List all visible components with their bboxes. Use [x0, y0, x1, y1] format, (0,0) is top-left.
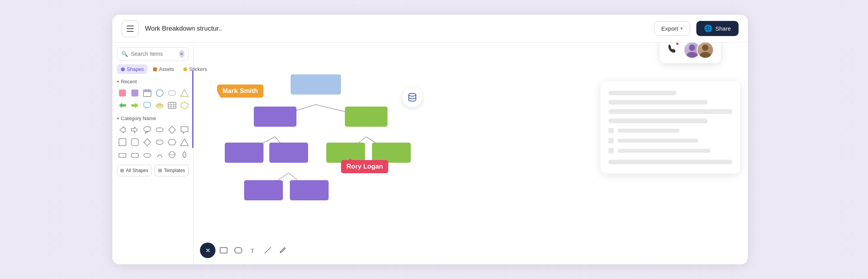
recent-label: Recent: [121, 79, 137, 84]
doc-bullet-row-2: [608, 138, 732, 143]
export-label: Export: [661, 25, 678, 32]
tab-shapes[interactable]: Shapes: [117, 64, 148, 74]
doc-line-2: [608, 100, 708, 105]
node-top-blue[interactable]: [291, 74, 341, 95]
shape-cloud[interactable]: [154, 100, 165, 111]
shape-green-arrow-right[interactable]: [129, 100, 140, 111]
rory-logan-label[interactable]: Rory Logan: [341, 160, 388, 173]
shape-partial-3[interactable]: [142, 149, 153, 160]
hamburger-button[interactable]: [122, 20, 139, 37]
all-shapes-grid-icon: ⊞: [120, 168, 124, 173]
tab-row: Shapes Assets Stickers: [117, 64, 189, 74]
shape-calendar[interactable]: [142, 88, 153, 98]
svg-point-33: [156, 140, 163, 145]
category-shapes-grid: [117, 124, 189, 160]
svg-rect-31: [131, 139, 138, 146]
close-button[interactable]: ✕: [200, 243, 215, 258]
svg-marker-9: [119, 103, 126, 108]
shapes-tab-label: Shapes: [127, 66, 144, 72]
templates-grid-icon: ⊞: [158, 168, 162, 173]
shape-triangle[interactable]: [179, 88, 190, 98]
shape-circle[interactable]: [154, 88, 165, 98]
shape-partial-1[interactable]: [117, 149, 128, 160]
category-section-header[interactable]: ▾ Category Name: [117, 115, 189, 121]
shape-oval[interactable]: [154, 137, 165, 148]
doc-bullet-row-1: [608, 128, 732, 133]
shape-table[interactable]: [167, 100, 177, 111]
tab-assets[interactable]: Assets: [149, 64, 178, 74]
bottom-buttons: ⊞ All Shapes ⊞ Templates: [117, 165, 189, 176]
mark-smith-label[interactable]: Mark Smith: [217, 84, 264, 98]
svg-marker-8: [181, 90, 188, 96]
shape-round-speech[interactable]: [142, 124, 153, 135]
shape-square[interactable]: [117, 137, 128, 148]
accent-divider: [192, 71, 193, 148]
shape-partial-2[interactable]: [129, 149, 140, 160]
line-tool-button[interactable]: [261, 244, 274, 257]
node-purple-bot-right[interactable]: [290, 180, 329, 200]
hamburger-line-1: [127, 26, 134, 26]
svg-rect-1: [131, 90, 138, 96]
node-purple-bot-left[interactable]: [244, 180, 283, 200]
node-purple-mid-left[interactable]: [225, 143, 264, 163]
recent-section-header[interactable]: ▾ Recent: [117, 79, 189, 84]
shape-green-arrow-left[interactable]: [117, 100, 128, 111]
diagram-area: Mark Smith Rory Logan ✕: [194, 43, 496, 264]
shape-chevron-left[interactable]: [117, 124, 128, 135]
svg-point-56: [702, 45, 708, 51]
search-icon: 🔍: [121, 51, 128, 57]
main-canvas: Work Breakdown structur.. Export ▾ 🌐 Sha…: [112, 15, 748, 264]
svg-point-55: [687, 52, 698, 58]
database-button[interactable]: [402, 87, 422, 107]
svg-rect-51: [235, 248, 242, 253]
shape-rounded-rect[interactable]: [167, 88, 177, 98]
left-panel: 🔍 ✕ Shapes Assets Stickers ▾ Recent: [112, 43, 194, 264]
shape-diamond-speech[interactable]: [167, 124, 177, 135]
shape-hexagon-flat[interactable]: [167, 137, 177, 148]
templates-button[interactable]: ⊞ Templates: [155, 165, 189, 176]
node-purple-top[interactable]: [254, 107, 296, 127]
pen-tool-button[interactable]: [276, 244, 289, 257]
rounded-rect-tool-button[interactable]: [232, 244, 245, 257]
doc-bullet-1: [608, 128, 614, 133]
svg-rect-50: [220, 248, 227, 253]
all-shapes-button[interactable]: ⊞ All Shapes: [117, 165, 152, 176]
svg-marker-22: [181, 102, 188, 109]
export-button[interactable]: Export ▾: [654, 21, 690, 36]
shape-partial-5[interactable]: [167, 149, 177, 160]
shape-stadium[interactable]: [154, 124, 165, 135]
tab-stickers[interactable]: Stickers: [179, 64, 211, 74]
assets-tab-label: Assets: [159, 66, 174, 72]
shape-arrow-right[interactable]: [129, 124, 140, 135]
share-button[interactable]: 🌐 Share: [696, 21, 739, 36]
shape-hexagon[interactable]: [179, 100, 190, 111]
svg-point-6: [156, 90, 163, 96]
text-tool-button[interactable]: T: [246, 244, 260, 257]
doc-line-3: [608, 109, 732, 114]
shape-partial-6[interactable]: [179, 149, 190, 160]
shape-speech-bubble[interactable]: [142, 100, 153, 111]
phone-icon-wrap: [666, 43, 678, 57]
shape-pink-square[interactable]: [117, 88, 128, 98]
node-purple-mid-right[interactable]: [269, 143, 308, 163]
doc-bullet-3: [608, 148, 614, 153]
svg-rect-27: [156, 128, 163, 132]
rectangle-tool-button[interactable]: [217, 244, 230, 257]
shape-triangle-outline[interactable]: [179, 137, 190, 148]
svg-marker-28: [169, 126, 176, 133]
search-close-button[interactable]: ✕: [179, 50, 184, 58]
assets-dot-icon: [153, 67, 157, 71]
category-chevron-icon: ▾: [117, 116, 119, 121]
svg-line-53: [265, 247, 271, 253]
shape-corner-speech[interactable]: [179, 124, 190, 135]
shape-round-square[interactable]: [129, 137, 140, 148]
shapes-dot-icon: [121, 67, 125, 71]
node-green-top[interactable]: [345, 107, 388, 127]
svg-rect-25: [144, 127, 151, 131]
shape-partial-4[interactable]: [154, 149, 165, 160]
search-input[interactable]: [131, 51, 176, 57]
shape-purple-square[interactable]: [129, 88, 140, 98]
doc-bullet-2: [608, 138, 614, 143]
shape-diamond[interactable]: [142, 137, 153, 148]
share-label: Share: [715, 25, 731, 32]
